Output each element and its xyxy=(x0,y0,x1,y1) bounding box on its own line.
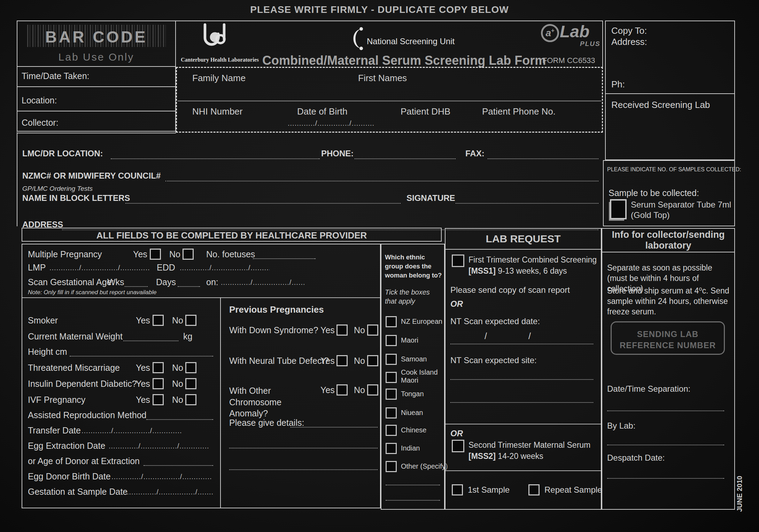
ethnic-niuean-checkbox[interactable] xyxy=(386,407,397,418)
ethnic-other-field-1[interactable] xyxy=(386,475,440,485)
sample-to-be-collected-label: Sample to be collected: xyxy=(609,188,699,198)
ntd-no-checkbox[interactable] xyxy=(367,355,378,366)
ethnic-samoan-checkbox[interactable] xyxy=(386,354,397,365)
ethnic-nz-european-checkbox[interactable] xyxy=(386,316,397,327)
diabetic-no-label: No xyxy=(172,379,183,389)
threatened-no-checkbox[interactable] xyxy=(185,362,196,373)
smoker-no-checkbox[interactable] xyxy=(185,315,196,326)
lmp-field[interactable]: ............./................/.........… xyxy=(49,264,154,274)
down-yes-checkbox[interactable] xyxy=(336,324,348,336)
gp-fax-field[interactable] xyxy=(488,149,598,159)
despatch-date-field[interactable] xyxy=(607,468,724,479)
by-lab-field[interactable] xyxy=(607,435,724,445)
days-field[interactable] xyxy=(178,276,200,287)
threatened-miscarriage-label: Threatened Miscarriage xyxy=(28,363,120,373)
ethnic-group-box: Which ethnic group does the woman belong… xyxy=(381,244,445,510)
details-line-1[interactable] xyxy=(229,438,378,448)
threatened-yes-checkbox[interactable] xyxy=(153,362,164,373)
form-number: FORM CC6533 xyxy=(542,56,595,65)
transfer-date-field[interactable]: ............./................/.........… xyxy=(82,427,213,437)
date-time-separation-field[interactable] xyxy=(607,401,724,411)
multiple-pregnancy-no-checkbox[interactable] xyxy=(183,249,194,260)
time-date-taken-box[interactable]: Time/Date Taken: xyxy=(17,67,176,87)
ethnic-other-field-2[interactable] xyxy=(386,490,440,501)
chromosome-no-checkbox[interactable] xyxy=(367,384,378,396)
name-block-letters-field[interactable] xyxy=(125,193,401,204)
give-details-field[interactable] xyxy=(291,417,378,428)
diabetic-no-checkbox[interactable] xyxy=(185,378,196,389)
gp-lmc-area: LMC/DR LOCATION: PHONE: FAX: NZMC# OR MI… xyxy=(17,133,604,226)
date-of-birth-field[interactable]: ............/............../.......... xyxy=(288,119,406,130)
foetuses-field[interactable] xyxy=(253,249,316,259)
ivf-no-checkbox[interactable] xyxy=(185,394,196,405)
patient-phone-label: Patient Phone No. xyxy=(482,106,556,117)
mss1-checkbox[interactable] xyxy=(452,255,464,267)
mss2-checkbox[interactable] xyxy=(452,440,464,452)
nzmc-field[interactable] xyxy=(165,171,598,181)
patient-row-divider xyxy=(178,101,601,101)
patient-dhb-label: Patient DHB xyxy=(401,106,450,117)
canterbury-label: Canterbury Health Laboratories xyxy=(181,57,250,63)
collector-info-box: Info for collector/sending laboratory Se… xyxy=(602,228,735,510)
nt-scan-site-field-2[interactable] xyxy=(450,392,593,403)
ethnic-cook-island-checkbox[interactable] xyxy=(386,372,397,383)
gp-phone-field[interactable] xyxy=(355,149,456,159)
ethnic-indian-checkbox[interactable] xyxy=(386,443,397,454)
wks-field[interactable] xyxy=(125,276,148,287)
serum-tube-checkbox[interactable] xyxy=(610,199,627,219)
mss2-detail-label: [MSS2] 14-20 weeks xyxy=(468,452,543,461)
donor-age-field[interactable] xyxy=(144,455,213,466)
egg-donor-birth-field[interactable]: ............./................/.........… xyxy=(111,473,213,483)
ntd-yes-checkbox[interactable] xyxy=(336,355,348,366)
chromosome-yes-checkbox[interactable] xyxy=(336,384,348,396)
chromosome-yes-label: Yes xyxy=(320,385,335,395)
mss2-title-label: Second Trimester Maternal Serum xyxy=(468,440,590,450)
mss1-detail-label: [MSS1] 9-13 weeks, 6 days xyxy=(468,266,567,276)
threatened-no-label: No xyxy=(172,363,183,373)
ethnic-chinese-checkbox[interactable] xyxy=(386,425,397,436)
ivf-yes-checkbox[interactable] xyxy=(153,394,164,405)
repeat-sample-checkbox[interactable] xyxy=(528,484,540,495)
collector-info-header: Info for collector/sending laboratory xyxy=(602,229,734,252)
gp-phone-label: PHONE: xyxy=(321,149,354,158)
edd-field[interactable]: ............./................/.........… xyxy=(180,264,270,274)
signature-field[interactable] xyxy=(456,193,598,204)
first-sample-checkbox[interactable] xyxy=(452,484,463,495)
alab-plus-logo: a+ Lab PLUS xyxy=(541,24,600,54)
sending-lab-reference-box[interactable]: SENDING LAB REFERENCE NUMBER xyxy=(611,321,725,355)
send-scan-copy-label: Please send copy of scan report xyxy=(450,285,570,295)
multiple-pregnancy-yes-checkbox[interactable] xyxy=(150,249,161,260)
ethnic-maori-checkbox[interactable] xyxy=(386,335,397,346)
smoker-yes-checkbox[interactable] xyxy=(153,315,164,326)
details-line-2[interactable] xyxy=(229,460,378,470)
egg-extraction-date-field[interactable]: ............./................/.........… xyxy=(109,442,213,453)
neural-tube-defect-label: With Neural Tube Defect? xyxy=(229,356,329,366)
received-screening-lab-box: Received Screening Lab xyxy=(605,94,735,160)
maternal-weight-field[interactable] xyxy=(123,331,178,341)
national-screening-unit-icon xyxy=(349,27,363,50)
collector-box[interactable]: Collector: xyxy=(17,111,176,133)
diabetic-yes-checkbox[interactable] xyxy=(153,378,164,389)
down-no-checkbox[interactable] xyxy=(367,324,378,336)
assisted-reproduction-field[interactable] xyxy=(146,409,213,420)
nsu-label: National Screening Unit xyxy=(367,37,455,46)
alab-plus-label: PLUS xyxy=(580,40,601,48)
lmc-dr-location-field[interactable] xyxy=(111,149,320,159)
gestation-sample-date-field[interactable]: ............./................/.........… xyxy=(127,488,213,499)
height-field[interactable] xyxy=(70,346,213,357)
indicate-samples-label: PLEASE INDICATE NO. OF SAMPLES COLLECTED… xyxy=(607,166,741,173)
nt-scan-date-label: NT Scan expected date: xyxy=(450,316,540,326)
ivf-pregnancy-label: IVF Pregnancy xyxy=(28,395,85,405)
ethnic-tongan-checkbox[interactable] xyxy=(386,389,397,400)
family-name-label: Family Name xyxy=(192,73,246,84)
multiple-yes-label: Yes xyxy=(133,249,147,259)
scan-on-date-field[interactable]: ............./................/.........… xyxy=(221,279,304,289)
nt-scan-site-field-1[interactable] xyxy=(450,369,593,380)
provider-section-header: ALL FIELDS TO BE COMPLETED BY HEALTHCARE… xyxy=(22,228,442,242)
nt-scan-date-field[interactable] xyxy=(450,334,593,344)
serum-tube-label: Serum Separator Tube 7ml xyxy=(631,200,731,210)
location-box[interactable]: Location: xyxy=(17,87,176,111)
gestation-sample-date-label: Gestation at Sample Date xyxy=(28,487,127,497)
chromosome-anomaly-label: With Other Chromosome Anomaly? xyxy=(229,385,316,419)
ethnic-other-checkbox[interactable] xyxy=(386,461,397,472)
